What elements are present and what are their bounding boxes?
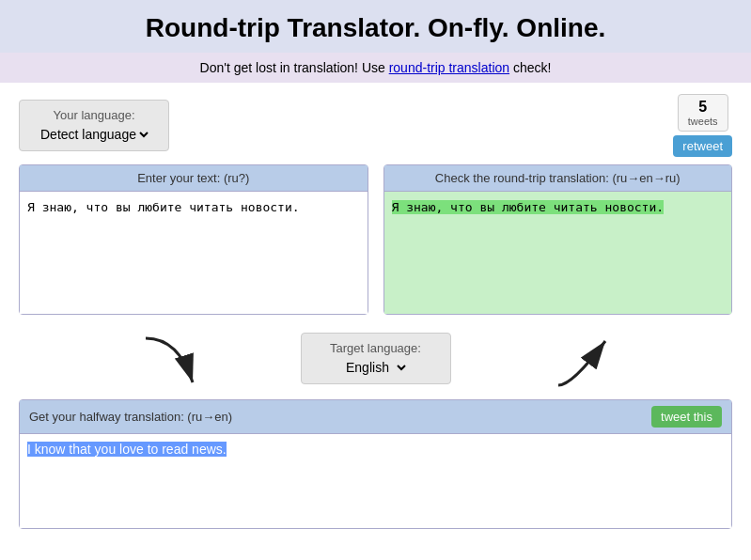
target-language-box: Target language: English Russian French … <box>301 333 451 384</box>
roundtrip-panel-content: Я знаю, что вы любите читать новости. <box>384 192 732 314</box>
your-language-label: Your language: <box>35 108 153 122</box>
tweet-this-button[interactable]: tweet this <box>651 406 722 428</box>
subheader-text-before: Don't get lost in translation! Use <box>200 60 389 75</box>
arrow-left <box>132 334 207 394</box>
page-title: Round-trip Translator. On-fly. Online. <box>9 13 742 43</box>
arrow-right <box>544 334 619 394</box>
halfway-panel-wrap: Get your halfway translation: (ru→en) tw… <box>0 399 751 548</box>
halfway-panel-content: I know that you love to read news. <box>20 434 731 528</box>
source-panel-content: Я знаю, что вы любите читать новости. <box>20 192 368 314</box>
tweet-count-label: tweets <box>688 116 718 127</box>
roundtrip-panel: Check the round-trip translation: (ru→en… <box>383 164 733 315</box>
source-panel-header: Enter your text: (ru?) <box>20 165 368 192</box>
roundtrip-text: Я знаю, что вы любите читать новости. <box>392 200 665 214</box>
middle-controls-row: Target language: English Russian French … <box>0 324 751 399</box>
top-controls-row: Your language: Detect language English R… <box>0 83 751 164</box>
halfway-panel: Get your halfway translation: (ru→en) tw… <box>19 399 732 529</box>
page-header: Round-trip Translator. On-fly. Online. <box>0 0 751 53</box>
tweet-widget: 5 tweets retweet <box>673 94 732 157</box>
target-language-label: Target language: <box>317 341 435 355</box>
halfway-panel-header: Get your halfway translation: (ru→en) tw… <box>20 400 731 434</box>
target-language-select[interactable]: English Russian French German Spanish <box>342 359 409 376</box>
tweet-count-box: 5 tweets <box>678 94 728 132</box>
round-trip-link[interactable]: round-trip translation <box>389 60 509 75</box>
subheader-banner: Don't get lost in translation! Use round… <box>0 53 751 83</box>
your-language-select[interactable]: Detect language English Russian French G… <box>37 126 151 143</box>
halfway-text: I know that you love to read news. <box>27 442 227 457</box>
tweet-count: 5 <box>688 99 718 116</box>
translation-panels-row: Enter your text: (ru?) Я знаю, что вы лю… <box>0 164 751 315</box>
your-language-box: Your language: Detect language English R… <box>19 100 169 151</box>
roundtrip-panel-header: Check the round-trip translation: (ru→en… <box>384 165 732 192</box>
retweet-button[interactable]: retweet <box>673 135 732 157</box>
subheader-text-after: check! <box>509 60 551 75</box>
halfway-panel-title: Get your halfway translation: (ru→en) <box>29 410 232 424</box>
source-panel: Enter your text: (ru?) Я знаю, что вы лю… <box>19 164 368 315</box>
source-text: Я знаю, что вы любите читать новости. <box>27 200 300 214</box>
